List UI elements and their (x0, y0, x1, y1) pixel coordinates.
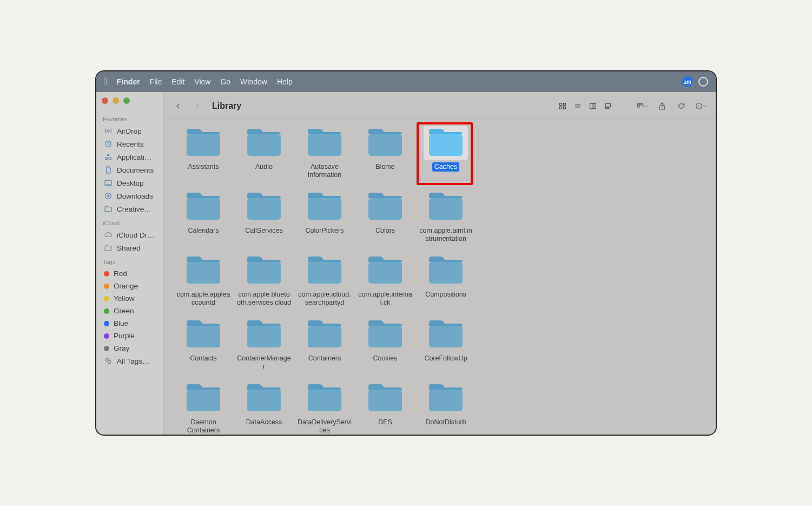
folder-icon (306, 128, 344, 158)
sidebar-item[interactable]: Documents (102, 163, 157, 176)
svg-rect-24 (641, 103, 643, 105)
sidebar-item[interactable]: Recents (102, 137, 157, 150)
folder-item[interactable]: CallServices (234, 189, 294, 244)
folder-item[interactable]: Audio (234, 126, 294, 180)
view-icon-grid-button[interactable] (556, 99, 570, 113)
menu-window[interactable]: Window (240, 77, 267, 86)
folder-label: com.apple.icloud.searchpartyd (295, 290, 354, 307)
folder-item[interactable]: Contacts (173, 317, 234, 371)
menubar-siri-icon[interactable] (698, 77, 708, 87)
share-button[interactable] (655, 99, 669, 113)
sidebar-item-label: Blue (114, 319, 128, 327)
menu-help[interactable]: Help (277, 77, 293, 86)
view-gallery-button[interactable] (601, 99, 615, 113)
window-controls (102, 97, 157, 104)
folder-item[interactable]: DataAccess (234, 381, 294, 435)
sidebar-item[interactable]: Blue (102, 317, 157, 330)
menu-go[interactable]: Go (220, 77, 230, 86)
sidebar-item-label: AirDrop (117, 127, 142, 135)
menu-file[interactable]: File (150, 77, 162, 86)
sidebar-item[interactable]: iCloud Dri… (102, 228, 157, 241)
sidebar-item[interactable]: All Tags… (102, 354, 157, 367)
sidebar-item-label: Yellow (114, 294, 135, 303)
folder-item[interactable]: DES (355, 381, 415, 435)
folder-item[interactable]: com.apple.bluetooth.services.cloud (234, 253, 294, 307)
zoom-window-button[interactable] (123, 97, 130, 104)
sidebar-item[interactable]: Yellow (102, 292, 157, 305)
sidebar-item-label: Recents (117, 140, 144, 148)
svg-rect-53 (308, 390, 341, 411)
sidebar-item-label: Red (114, 270, 127, 278)
sidebar-item[interactable]: Downloads (102, 189, 157, 202)
tag-color-dot-icon (104, 284, 109, 289)
folder-label: DataDeliveryServices (295, 418, 354, 435)
menubar-zoom-badge-icon[interactable]: zm (682, 76, 693, 87)
sidebar-item-label: iCloud Dri… (117, 231, 155, 239)
folder-icon (427, 319, 465, 350)
folder-icon (427, 255, 465, 286)
sidebar-item[interactable]: Shared (102, 241, 157, 254)
folder-label: DoNotDisturb (423, 418, 468, 427)
apple-menu-icon[interactable]:  (104, 77, 107, 87)
folder-item[interactable]: Containers (294, 317, 355, 371)
folder-icon (366, 128, 404, 158)
menu-view[interactable]: View (194, 77, 210, 86)
view-columns-button[interactable] (586, 99, 600, 113)
tags-button[interactable] (675, 99, 689, 113)
view-mode-group (556, 99, 615, 113)
forward-button[interactable] (190, 99, 204, 113)
sidebar-item-label: Desktop (117, 179, 144, 187)
svg-rect-42 (247, 262, 281, 284)
folder-label: com.apple.bluetooth.services.cloud (234, 290, 294, 307)
folder-item[interactable]: Daemon Containers (173, 381, 234, 435)
folder-item[interactable]: Caches (415, 126, 476, 180)
svg-rect-51 (187, 390, 220, 411)
back-button[interactable] (171, 99, 185, 113)
folder-item[interactable]: Autosave Information (294, 126, 355, 180)
folder-item[interactable]: CoreFollowUp (415, 317, 476, 371)
sidebar-item[interactable]: Gray (102, 342, 157, 354)
folder-item[interactable]: Calendars (173, 189, 234, 244)
folder-label: DES (376, 418, 394, 427)
view-list-button[interactable] (571, 99, 585, 113)
close-window-button[interactable] (102, 97, 108, 104)
svg-rect-37 (247, 198, 281, 220)
svg-rect-20 (605, 107, 607, 108)
sidebar-item[interactable]: Orange (102, 280, 157, 292)
folder-icon (427, 192, 465, 222)
sidebar-item[interactable]: Red (102, 267, 157, 280)
menu-edit[interactable]: Edit (171, 77, 184, 86)
sidebar-item-label: Downloads (117, 192, 153, 200)
svg-rect-16 (590, 103, 596, 108)
folder-item[interactable]: Biome (355, 126, 415, 180)
sidebar-item[interactable]: Green (102, 305, 157, 317)
more-actions-button[interactable] (694, 99, 708, 113)
cloud-icon (104, 231, 113, 239)
folder-item[interactable]: com.apple.icloud.searchpartyd (294, 253, 355, 307)
folder-content-area[interactable]: AssistantsAudioAutosave InformationBiome… (163, 120, 716, 435)
minimize-window-button[interactable] (113, 97, 119, 104)
folder-item[interactable]: Compositions (415, 253, 476, 307)
folder-item[interactable]: DoNotDisturb (415, 381, 476, 435)
folder-item[interactable]: com.apple.internal.ck (355, 253, 415, 307)
sidebar-item[interactable]: Desktop (102, 176, 157, 189)
folder-item[interactable]: DataDeliveryServices (294, 381, 355, 435)
folder-item[interactable]: Colors (355, 189, 415, 244)
folder-item[interactable]: ColorPickers (294, 189, 355, 244)
menubar-app-name[interactable]: Finder (117, 77, 140, 86)
folder-item[interactable]: Assistants (173, 126, 234, 180)
folder-item[interactable]: com.apple.appleaccountd (173, 253, 234, 307)
sidebar-item[interactable]: Purple (102, 330, 157, 342)
sidebar-item[interactable]: Creative… (102, 202, 157, 215)
sidebar-item[interactable]: Applicati… (102, 150, 157, 163)
folder-label: com.apple.aiml.instrumentation (416, 226, 476, 244)
folder-item[interactable]: com.apple.aiml.instrumentation (415, 189, 476, 244)
svg-rect-33 (308, 134, 341, 156)
folder-icon (427, 128, 465, 158)
folder-icon (245, 192, 283, 222)
folder-item[interactable]: ContainerManager (234, 317, 294, 371)
sidebar-item[interactable]: AirDrop (102, 124, 157, 137)
group-by-button[interactable] (636, 99, 650, 113)
folder-item[interactable]: Cookies (355, 317, 415, 371)
folder-icon (366, 319, 404, 350)
